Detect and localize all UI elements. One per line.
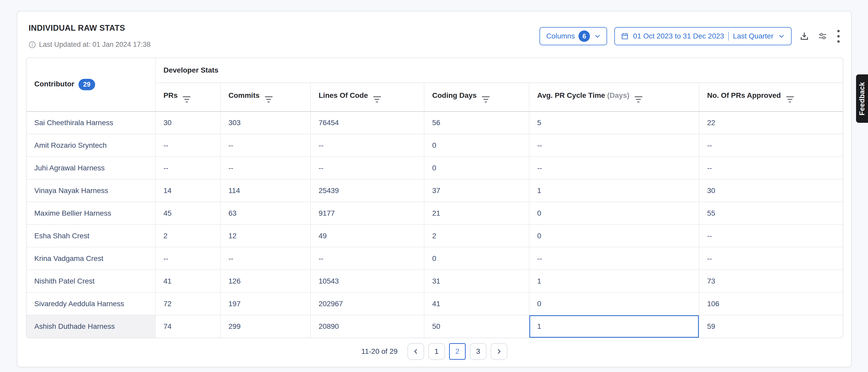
commits-cell[interactable]: -- [220, 247, 311, 270]
prs-approved-cell[interactable]: -- [699, 134, 843, 156]
prs-cell[interactable]: 41 [155, 270, 220, 292]
column-settings-button[interactable] [817, 31, 828, 41]
avg-pr-cycle-time-cell[interactable]: 1 [529, 315, 699, 338]
commits-cell[interactable]: 299 [220, 315, 311, 338]
avg-pr-cycle-time-cell[interactable]: -- [529, 247, 699, 270]
commits-cell[interactable]: 197 [220, 292, 311, 315]
coding-days-cell[interactable]: 0 [424, 156, 529, 179]
coding-days-cell[interactable]: 2 [424, 225, 529, 247]
prs-cell[interactable]: 74 [155, 315, 220, 338]
lines-of-code-cell[interactable]: 9177 [311, 202, 424, 225]
prs-approved-cell[interactable]: 22 [699, 111, 843, 134]
commits-cell[interactable]: 63 [220, 202, 311, 225]
commits-cell[interactable]: -- [220, 156, 311, 179]
contributor-name-cell[interactable]: Ashish Duthade Harness [27, 315, 155, 338]
avg-pr-cycle-time-cell[interactable]: 0 [529, 202, 699, 225]
prs-cell[interactable]: 72 [155, 292, 220, 315]
table-row[interactable]: Krina Vadgama Crest -- -- -- 0 -- -- [27, 247, 843, 270]
pagination-page-button[interactable]: 3 [470, 343, 487, 360]
prs-cell[interactable]: 30 [155, 111, 220, 134]
column-header-prs-approved[interactable]: No. Of PRs Approved [699, 83, 843, 111]
avg-pr-cycle-time-cell[interactable]: -- [529, 156, 699, 179]
contributor-name-cell[interactable]: Nishith Patel Crest [27, 270, 155, 292]
commits-cell[interactable]: -- [220, 134, 311, 156]
contributor-name-cell[interactable]: Maxime Bellier Harness [27, 202, 155, 225]
lines-of-code-cell[interactable]: 202967 [311, 292, 424, 315]
column-header-commits[interactable]: Commits [220, 83, 311, 111]
prs-cell[interactable]: 14 [155, 179, 220, 202]
prs-cell[interactable]: -- [155, 247, 220, 270]
coding-days-cell[interactable]: 0 [424, 247, 529, 270]
feedback-tab[interactable]: Feedback [856, 75, 868, 123]
column-header-coding-days[interactable]: Coding Days [424, 83, 529, 111]
prs-approved-cell[interactable]: -- [699, 156, 843, 179]
prs-cell[interactable]: 45 [155, 202, 220, 225]
prs-approved-cell[interactable]: -- [699, 225, 843, 247]
lines-of-code-cell[interactable]: 76454 [311, 111, 424, 134]
table-row[interactable]: Juhi Agrawal Harness -- -- -- 0 -- -- [27, 156, 843, 179]
download-button[interactable] [799, 31, 810, 41]
commits-cell[interactable]: 126 [220, 270, 311, 292]
prs-approved-cell[interactable]: 73 [699, 270, 843, 292]
prs-cell[interactable]: -- [155, 156, 220, 179]
lines-of-code-cell[interactable]: 20890 [311, 315, 424, 338]
prs-approved-cell[interactable]: 59 [699, 315, 843, 338]
avg-pr-cycle-time-cell[interactable]: 5 [529, 111, 699, 134]
column-header-lines-of-code[interactable]: Lines Of Code [311, 83, 424, 111]
filter-icon[interactable] [265, 96, 273, 103]
prs-approved-cell[interactable]: 30 [699, 179, 843, 202]
contributor-name-cell[interactable]: Sai Cheethirala Harness [27, 111, 155, 134]
avg-pr-cycle-time-cell[interactable]: -- [529, 134, 699, 156]
contributor-column-header[interactable]: Contributor29 [27, 58, 155, 111]
commits-cell[interactable]: 114 [220, 179, 311, 202]
column-header-prs[interactable]: PRs [155, 83, 220, 111]
lines-of-code-cell[interactable]: 10543 [311, 270, 424, 292]
commits-cell[interactable]: 303 [220, 111, 311, 134]
table-row[interactable]: Maxime Bellier Harness 45 63 9177 21 0 5… [27, 202, 843, 225]
table-row[interactable]: Ashish Duthade Harness 74 299 20890 50 1… [27, 315, 843, 338]
lines-of-code-cell[interactable]: 49 [311, 225, 424, 247]
column-header-avg-pr-cycle-time[interactable]: Avg. PR Cycle Time (Days) [529, 83, 699, 111]
coding-days-cell[interactable]: 21 [424, 202, 529, 225]
filter-icon[interactable] [786, 96, 794, 103]
avg-pr-cycle-time-cell[interactable]: 1 [529, 270, 699, 292]
pagination-page-button[interactable]: 1 [428, 343, 445, 360]
filter-icon[interactable] [634, 96, 643, 103]
date-range-button[interactable]: 01 Oct 2023 to 31 Dec 2023 Last Quarter [614, 27, 792, 45]
prs-approved-cell[interactable]: 55 [699, 202, 843, 225]
lines-of-code-cell[interactable]: -- [311, 247, 424, 270]
avg-pr-cycle-time-cell[interactable]: 0 [529, 225, 699, 247]
coding-days-cell[interactable]: 50 [424, 315, 529, 338]
prs-cell[interactable]: -- [155, 134, 220, 156]
lines-of-code-cell[interactable]: -- [311, 134, 424, 156]
columns-button[interactable]: Columns 6 [539, 27, 607, 45]
prs-cell[interactable]: 2 [155, 225, 220, 247]
coding-days-cell[interactable]: 41 [424, 292, 529, 315]
lines-of-code-cell[interactable]: -- [311, 156, 424, 179]
filter-icon[interactable] [373, 96, 381, 103]
table-row[interactable]: Amit Rozario Sryntech -- -- -- 0 -- -- [27, 134, 843, 156]
table-row[interactable]: Nishith Patel Crest 41 126 10543 31 1 73 [27, 270, 843, 292]
lines-of-code-cell[interactable]: 25439 [311, 179, 424, 202]
table-row[interactable]: Vinaya Nayak Harness 14 114 25439 37 1 3… [27, 179, 843, 202]
contributor-name-cell[interactable]: Juhi Agrawal Harness [27, 156, 155, 179]
contributor-name-cell[interactable]: Esha Shah Crest [27, 225, 155, 247]
avg-pr-cycle-time-cell[interactable]: 0 [529, 292, 699, 315]
pagination-next-button[interactable] [491, 343, 507, 360]
more-options-button[interactable] [835, 29, 842, 44]
filter-icon[interactable] [183, 96, 190, 103]
table-row[interactable]: Sivareddy Aeddula Harness 72 197 202967 … [27, 292, 843, 315]
prs-approved-cell[interactable]: 106 [699, 292, 843, 315]
coding-days-cell[interactable]: 0 [424, 134, 529, 156]
contributor-name-cell[interactable]: Amit Rozario Sryntech [27, 134, 155, 156]
prs-approved-cell[interactable]: -- [699, 247, 843, 270]
table-row[interactable]: Sai Cheethirala Harness 30 303 76454 56 … [27, 111, 843, 134]
table-row[interactable]: Esha Shah Crest 2 12 49 2 0 -- [27, 225, 843, 247]
coding-days-cell[interactable]: 31 [424, 270, 529, 292]
pagination-prev-button[interactable] [407, 343, 424, 360]
avg-pr-cycle-time-cell[interactable]: 1 [529, 179, 699, 202]
commits-cell[interactable]: 12 [220, 225, 311, 247]
coding-days-cell[interactable]: 56 [424, 111, 529, 134]
contributor-name-cell[interactable]: Vinaya Nayak Harness [27, 179, 155, 202]
contributor-name-cell[interactable]: Krina Vadgama Crest [27, 247, 155, 270]
